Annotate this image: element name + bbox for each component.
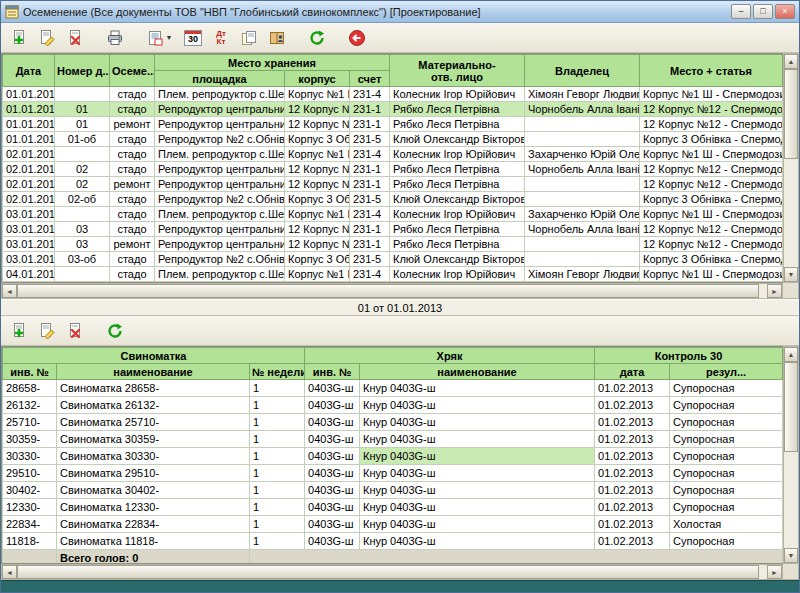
- cell-place[interactable]: Корпус 3 Обнівка - Спермод...: [640, 192, 783, 207]
- cell-type[interactable]: стадо: [110, 87, 155, 102]
- journal-button[interactable]: ▼: [142, 25, 178, 51]
- copy-button[interactable]: [236, 25, 262, 51]
- cell-sow-name[interactable]: Свиноматка 30359-: [57, 431, 250, 448]
- cell-site[interactable]: Плем. репродуктор с.Шепел...: [155, 147, 285, 162]
- cell-place[interactable]: 12 Корпус №12 - Спермодози: [640, 117, 783, 132]
- cell-person[interactable]: Рябко Леся Петрівна: [390, 222, 525, 237]
- cell-boar-inv[interactable]: 0403G-ш: [305, 533, 360, 550]
- cell-sow-inv[interactable]: 25710-: [3, 414, 57, 431]
- cell-boar-name[interactable]: Кнур 0403G-ш: [360, 482, 595, 499]
- cell-owner[interactable]: [525, 177, 640, 192]
- cell-building[interactable]: 12 Корпус №12: [285, 102, 350, 117]
- cell-boar-inv[interactable]: 0403G-ш: [305, 380, 360, 397]
- cell-owner[interactable]: Захарченко Юрій Олекса...: [525, 207, 640, 222]
- table-row[interactable]: 01.01.201301стадоРепродуктор центральний…: [3, 102, 783, 117]
- edit-button[interactable]: [34, 25, 60, 51]
- column-header-owner[interactable]: Владелец: [525, 55, 640, 87]
- cell-building[interactable]: 12 Корпус №12: [285, 162, 350, 177]
- cell-date[interactable]: 01.01.2013: [3, 87, 55, 102]
- cell-boar-name[interactable]: Кнур 0403G-ш: [360, 414, 595, 431]
- cell-building[interactable]: Корпус №1 Ш: [285, 147, 350, 162]
- scroll-left-button[interactable]: ◄: [2, 284, 17, 298]
- cell-date[interactable]: 01.01.2013: [3, 117, 55, 132]
- cell-owner[interactable]: Захарченко Юрій Олекса...: [525, 147, 640, 162]
- cell-owner[interactable]: Чорнобель Алла Іванівна: [525, 102, 640, 117]
- cell-boar-inv[interactable]: 0403G-ш: [305, 499, 360, 516]
- cell-owner[interactable]: Хімоян Геворг Людвигович: [525, 267, 640, 282]
- detail-refresh-button[interactable]: [102, 318, 128, 344]
- cell-building[interactable]: Корпус 3 Обні...: [285, 132, 350, 147]
- cell-person[interactable]: Рябко Леся Петрівна: [390, 177, 525, 192]
- scroll-down-button[interactable]: ▼: [784, 548, 798, 563]
- cell-sow-inv[interactable]: 22834-: [3, 516, 57, 533]
- cell-place[interactable]: Корпус №1 Ш - Спермодози: [640, 87, 783, 102]
- cell-person[interactable]: Клюй Олександр Вікторович: [390, 192, 525, 207]
- table-row[interactable]: 01.01.201301-обстадоРепродуктор №2 с.Обн…: [3, 132, 783, 147]
- cell-num[interactable]: [55, 147, 110, 162]
- scroll-thumb[interactable]: [17, 565, 759, 579]
- cell-site[interactable]: Плем. репродуктор с.Шепел...: [155, 267, 285, 282]
- scroll-thumb[interactable]: [784, 69, 798, 159]
- cell-date[interactable]: 03.01.2013: [3, 222, 55, 237]
- cell-site[interactable]: Репродуктор центральний м...: [155, 117, 285, 132]
- calendar-30-button[interactable]: 30: [180, 25, 206, 51]
- cell-site[interactable]: Репродуктор №2 с.Обнівка: [155, 192, 285, 207]
- column-header-date[interactable]: Дата: [3, 55, 55, 87]
- cell-num[interactable]: 02-об: [55, 192, 110, 207]
- cell-account[interactable]: 231-4: [350, 267, 390, 282]
- cell-num[interactable]: 02: [55, 177, 110, 192]
- cell-site[interactable]: Репродуктор №2 с.Обнівка: [155, 132, 285, 147]
- cell-account[interactable]: 231-1: [350, 102, 390, 117]
- scroll-track[interactable]: [784, 452, 798, 548]
- cell-building[interactable]: Корпус №1 Ш: [285, 267, 350, 282]
- cell-site[interactable]: Репродуктор центральний м...: [155, 237, 285, 252]
- cell-building[interactable]: 12 Корпус №12: [285, 117, 350, 132]
- cell-account[interactable]: 231-1: [350, 177, 390, 192]
- cell-place[interactable]: 12 Корпус №12 - Спермодози: [640, 162, 783, 177]
- scroll-right-button[interactable]: ►: [767, 565, 782, 579]
- cell-building[interactable]: 12 Корпус №12: [285, 222, 350, 237]
- dt-kt-button[interactable]: Дт Кт: [208, 25, 234, 51]
- cell-boar-name[interactable]: Кнур 0403G-ш: [360, 499, 595, 516]
- cell-owner[interactable]: [525, 192, 640, 207]
- cell-type[interactable]: стадо: [110, 207, 155, 222]
- cell-sow-name[interactable]: Свиноматка 11818-: [57, 533, 250, 550]
- table-row[interactable]: 04.01.2013стадоПлем. репродуктор с.Шепел…: [3, 267, 783, 282]
- cell-owner[interactable]: [525, 252, 640, 267]
- cell-date[interactable]: 01.02.2013: [595, 482, 670, 499]
- cell-result[interactable]: Холостая: [670, 516, 783, 533]
- scroll-thumb[interactable]: [784, 362, 798, 452]
- cell-type[interactable]: стадо: [110, 147, 155, 162]
- cell-sow-name[interactable]: Свиноматка 26132-: [57, 397, 250, 414]
- cell-boar-inv[interactable]: 0403G-ш: [305, 482, 360, 499]
- cell-sow-name[interactable]: Свиноматка 12330-: [57, 499, 250, 516]
- cell-date[interactable]: 01.02.2013: [595, 465, 670, 482]
- cell-num[interactable]: 03: [55, 237, 110, 252]
- table-row[interactable]: 02.01.201302ремонтРепродуктор центральни…: [3, 177, 783, 192]
- cell-date[interactable]: 03.01.2013: [3, 252, 55, 267]
- cell-boar-name[interactable]: Кнур 0403G-ш: [360, 431, 595, 448]
- column-header-control-result[interactable]: резул...: [670, 364, 783, 380]
- cell-sow-inv[interactable]: 12330-: [3, 499, 57, 516]
- cell-date[interactable]: 03.01.2013: [3, 207, 55, 222]
- column-header-number[interactable]: Номер д...: [55, 55, 110, 87]
- cell-sow-name[interactable]: Свиноматка 22834-: [57, 516, 250, 533]
- cell-boar-name[interactable]: Кнур 0403G-ш: [360, 380, 595, 397]
- table-row[interactable]: 30330-Свиноматка 30330-10403G-шКнур 0403…: [3, 448, 783, 465]
- cell-sow-inv[interactable]: 28658-: [3, 380, 57, 397]
- column-header-building[interactable]: корпус: [285, 71, 350, 87]
- cell-account[interactable]: 231-1: [350, 117, 390, 132]
- cell-site[interactable]: Репродуктор центральний м...: [155, 177, 285, 192]
- table-row[interactable]: 30359-Свиноматка 30359-10403G-шКнур 0403…: [3, 431, 783, 448]
- scroll-left-button[interactable]: ◄: [2, 565, 17, 579]
- cell-num[interactable]: 01: [55, 102, 110, 117]
- cell-place[interactable]: Корпус 3 Обнівка - Спермод...: [640, 132, 783, 147]
- cell-type[interactable]: стадо: [110, 102, 155, 117]
- cell-account[interactable]: 231-4: [350, 147, 390, 162]
- cell-num[interactable]: [55, 87, 110, 102]
- cell-date[interactable]: 01.01.2013: [3, 132, 55, 147]
- cell-boar-inv[interactable]: 0403G-ш: [305, 414, 360, 431]
- cell-boar-inv[interactable]: 0403G-ш: [305, 516, 360, 533]
- cell-site[interactable]: Репродуктор №2 с.Обнівка: [155, 252, 285, 267]
- scroll-up-button[interactable]: ▲: [784, 347, 798, 362]
